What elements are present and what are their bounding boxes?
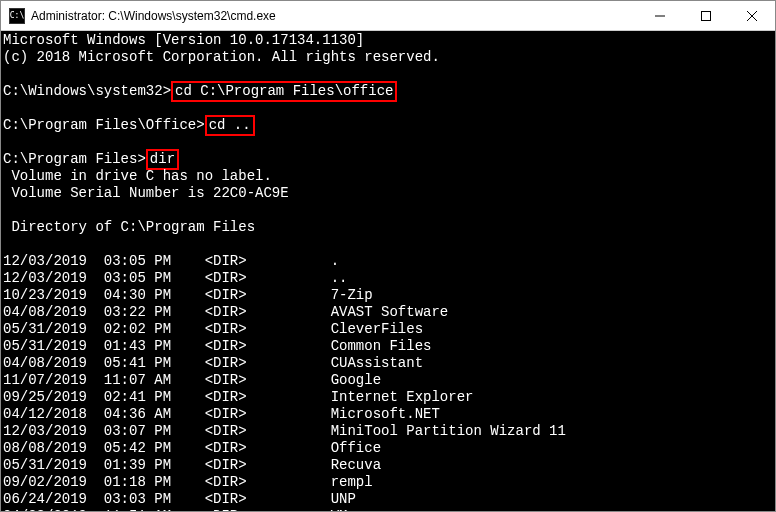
cmd-icon: C:\	[9, 8, 25, 24]
maximize-button[interactable]	[683, 1, 729, 30]
window-title: Administrator: C:\Windows\system32\cmd.e…	[31, 9, 637, 23]
highlighted-command-3: dir	[146, 149, 179, 170]
window-controls	[637, 1, 775, 30]
terminal-output[interactable]: Microsoft Windows [Version 10.0.17134.11…	[1, 31, 775, 511]
titlebar[interactable]: C:\ Administrator: C:\Windows\system32\c…	[1, 1, 775, 31]
highlighted-command-1: cd C:\Program Files\office	[171, 81, 397, 102]
close-button[interactable]	[729, 1, 775, 30]
cmd-window: C:\ Administrator: C:\Windows\system32\c…	[0, 0, 776, 512]
minimize-button[interactable]	[637, 1, 683, 30]
svg-rect-1	[702, 11, 711, 20]
highlighted-command-2: cd ..	[205, 115, 255, 136]
